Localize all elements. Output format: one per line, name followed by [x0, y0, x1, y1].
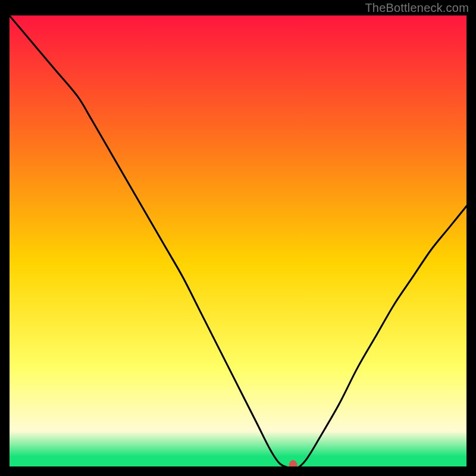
chart-frame: TheBottleneck.com	[0, 0, 476, 476]
plot-area	[8, 14, 468, 468]
bottleneck-chart-svg	[8, 14, 468, 468]
watermark-text: TheBottleneck.com	[365, 1, 469, 15]
gradient-background	[8, 14, 468, 468]
